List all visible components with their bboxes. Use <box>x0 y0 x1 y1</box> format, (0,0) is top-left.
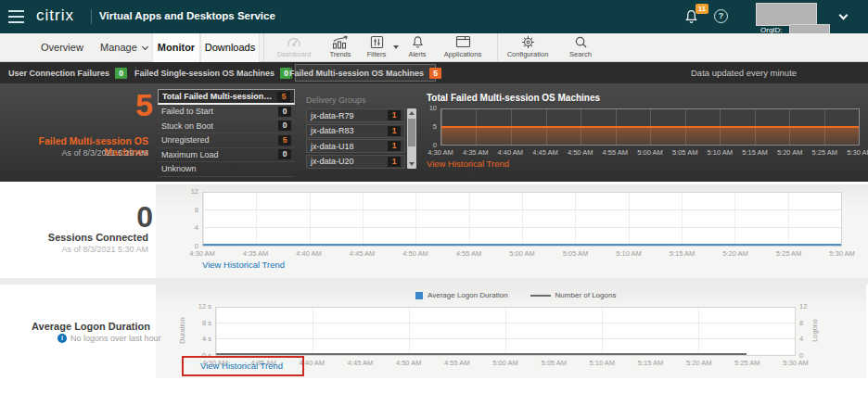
x-tick-label: 5:10 AM <box>708 148 734 157</box>
gridline <box>841 193 842 246</box>
gridline <box>216 323 795 323</box>
delivery-group-count-badge: 1 <box>388 141 401 151</box>
product-title: Virtual Apps and Desktops Service <box>99 10 275 21</box>
gridline <box>203 227 841 228</box>
nav-monitor[interactable]: Monitor <box>152 33 200 62</box>
nav-divider <box>263 33 264 62</box>
gridline <box>313 308 313 355</box>
failure-tab-strip: User Connection Failures 0 Failed Single… <box>0 62 868 83</box>
gridline <box>469 193 470 246</box>
y-axis-labels-left: 0 s4 s8 s12 s <box>187 307 211 356</box>
x-tick-label: 5:15 AM <box>638 359 664 367</box>
scroll-up-icon[interactable] <box>409 111 415 115</box>
nav-tool-dashboard[interactable]: Dashboard <box>268 35 320 61</box>
x-tick-label: 4:50 AM <box>568 148 594 157</box>
x-tick-label: 4:50 AM <box>396 359 422 367</box>
x-tick-label: 4:45 AM <box>532 148 558 157</box>
nav-tool-alerts[interactable]: Alerts <box>391 35 443 61</box>
nav-tool-applications[interactable]: Applications <box>437 35 489 61</box>
delivery-group-name: jx-data-R79 <box>311 111 354 120</box>
x-tick-label: 4:35 AM <box>463 148 489 157</box>
nav-overview[interactable]: Overview <box>41 33 83 62</box>
gridline <box>629 193 630 246</box>
gridline <box>310 193 311 246</box>
gridline <box>415 193 416 246</box>
x-tick-label: 5:20 AM <box>722 249 748 258</box>
scrollbar-thumb[interactable] <box>408 119 415 146</box>
data-updated-text: Data updated every minute <box>691 62 797 83</box>
tab-failed-multi-session[interactable]: Failed Multi-session OS Machines 5 <box>295 64 436 82</box>
tool-label: Applications <box>437 50 489 58</box>
y-tick-label: 10 <box>429 105 437 112</box>
y-tick-label: 8 <box>799 320 803 327</box>
x-tick-label: 5:30 AM <box>847 148 868 157</box>
gridline <box>682 193 683 246</box>
x-tick-label: 5:05 AM <box>563 249 589 258</box>
failure-category-row[interactable]: Maximum Load0 <box>158 148 295 163</box>
gridline <box>734 193 735 246</box>
delivery-group-count-badge: 1 <box>388 157 401 167</box>
failure-filter-selected[interactable]: Total Failed Multi-session OS Ma...5 <box>158 89 295 105</box>
x-tick-label: 5:10 AM <box>590 359 616 367</box>
y-tick-label: 5 <box>433 123 437 131</box>
delivery-group-row[interactable]: jx-data-R831 <box>306 124 405 138</box>
gridline <box>256 193 257 246</box>
nav-downloads[interactable]: Downloads <box>200 33 260 62</box>
failed-machines-as-of: As of 8/3/2021 5:29 AM <box>0 148 148 158</box>
scroll-down-icon[interactable] <box>409 162 415 166</box>
main-navigation-bar: Overview Manage Monitor Downloads Dashbo… <box>0 33 868 62</box>
failure-category-row[interactable]: Stuck on Boot0 <box>158 120 295 134</box>
tool-label: Configuration <box>502 50 554 58</box>
tab-user-connection-failures[interactable]: User Connection Failures 0 <box>4 62 132 83</box>
failure-category-row[interactable]: Unknown <box>158 162 295 177</box>
failed-machines-panel: 5 Failed Multi-session OS Machines As of… <box>0 83 868 182</box>
sessions-title: Sessions Connected <box>0 232 148 243</box>
tab-failed-single-session[interactable]: Failed Single-session OS Machines 0 <box>139 62 287 83</box>
delivery-group-name: jx-data-U18 <box>311 142 354 151</box>
search-icon <box>555 35 606 49</box>
gear-icon <box>502 35 554 49</box>
alerts-bell-icon <box>391 35 443 49</box>
hamburger-menu-icon[interactable] <box>8 8 27 25</box>
section-divider <box>0 278 868 285</box>
failure-category-list: Total Failed Multi-session OS Ma...5Fail… <box>158 89 295 182</box>
y-tick-label: 4 s <box>202 336 211 343</box>
x-axis-labels: 4:30 AM4:35 AM4:40 AM4:45 AM4:50 AM4:55 … <box>440 146 860 156</box>
view-historical-trend-link-failed[interactable]: View Historical Trend <box>427 158 509 169</box>
click-target-highlight <box>182 356 304 376</box>
chart-legend: Average Logon Duration Number of Logons <box>415 291 616 299</box>
x-tick-label: 4:35 AM <box>243 249 269 258</box>
x-tick-label: 4:40 AM <box>296 249 322 258</box>
delivery-group-row[interactable]: jx-data-U201 <box>306 155 405 169</box>
nav-divider <box>497 33 498 62</box>
applications-window-icon <box>437 35 489 49</box>
failure-category-row[interactable]: Unregistered5 <box>158 133 295 148</box>
x-tick-label: 4:40 AM <box>498 148 524 157</box>
failure-category-row[interactable]: Failed to Start0 <box>158 105 295 120</box>
nav-tool-configuration[interactable]: Configuration <box>502 35 554 61</box>
delivery-group-row[interactable]: jx-data-U181 <box>306 139 405 153</box>
sessions-plot <box>202 192 842 247</box>
x-tick-label: 4:50 AM <box>402 249 428 258</box>
legend-square-swatch <box>415 292 423 299</box>
delivery-groups-list: jx-data-R791jx-data-R831jx-data-U181jx-d… <box>306 108 405 170</box>
delivery-groups-scrollbar[interactable] <box>407 108 416 169</box>
account-chevron-icon[interactable] <box>839 11 849 20</box>
legend-line-swatch <box>530 295 551 297</box>
failed-machines-count: 5 <box>102 87 153 123</box>
help-icon[interactable]: ? <box>714 9 728 23</box>
y-axis-labels: 0510 <box>416 108 437 146</box>
delivery-group-row[interactable]: jx-data-R791 <box>306 108 405 122</box>
x-tick-label: 5:30 AM <box>829 249 855 258</box>
series-line-number-of-logons <box>216 353 747 355</box>
nav-manage[interactable]: Manage <box>100 33 147 62</box>
y-tick-label: 4 <box>195 224 198 232</box>
view-historical-trend-link-sessions[interactable]: View Historical Trend <box>202 260 285 270</box>
duration-axis-label: Duration <box>178 312 186 349</box>
average-logon-duration-panel: Average Logon Duration i No logons over … <box>0 285 868 393</box>
logo-divider <box>91 9 92 24</box>
nav-tool-search[interactable]: Search <box>555 35 606 61</box>
x-tick-label: 5:10 AM <box>616 249 642 258</box>
redacted-account-name <box>756 3 817 26</box>
logon-duration-title: Average Logon Duration <box>0 321 150 332</box>
